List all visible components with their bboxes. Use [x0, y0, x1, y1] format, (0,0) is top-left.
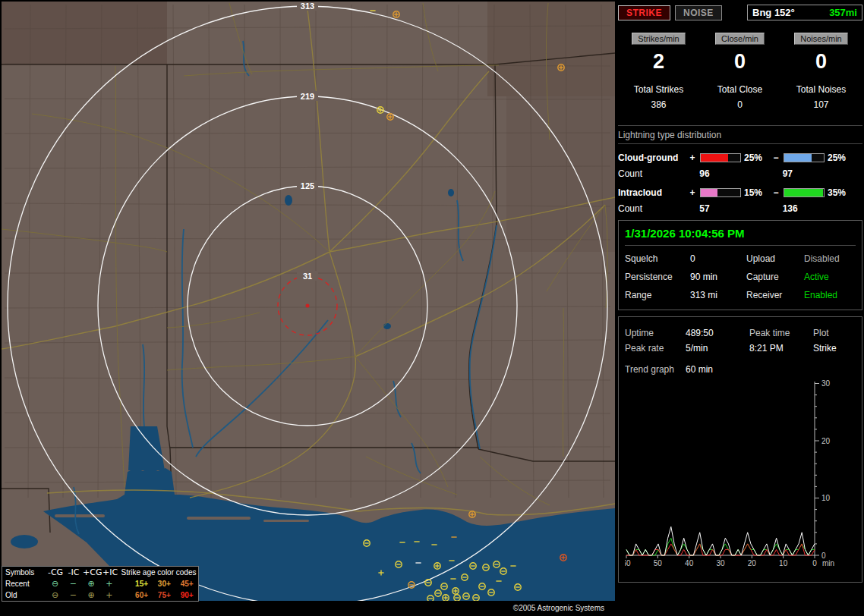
legend-col-ic-neg: -IC: [65, 567, 83, 577]
receiver-value: Enabled: [804, 290, 856, 300]
cg-pos-pct: 25%: [744, 152, 771, 163]
range-ring-label: 31: [303, 272, 312, 281]
lightning-map[interactable]: 31321912531: [2, 2, 615, 601]
trend-graph: 01020306050403020100min: [625, 379, 856, 577]
plot-value: Strike: [813, 343, 856, 354]
age-45: 45+: [175, 580, 198, 588]
close-per-min-value: 0: [699, 50, 780, 74]
cg-neg-pct: 25%: [828, 152, 855, 163]
count-label: Count: [618, 168, 696, 179]
ic-pos-pct: 15%: [744, 187, 771, 198]
strike-mode-button[interactable]: STRIKE: [618, 5, 670, 20]
total-close-label: Total Close: [699, 84, 780, 95]
total-noises-label: Total Noises: [780, 84, 862, 95]
svg-text:60: 60: [625, 559, 631, 567]
cg-pos-bar: [700, 153, 741, 162]
trend-header: Trend graph 60 min: [625, 364, 856, 375]
cg-neg-count: 97: [780, 168, 862, 179]
cloud-ground-count-row: Count 96 97: [618, 168, 862, 179]
distance-value: 357mi: [829, 7, 857, 18]
legend-col-ic-pos: +IC: [101, 567, 119, 577]
legend-symbols-header: Symbols: [2, 568, 46, 577]
control-panel: STRIKE NOISE Bng 152° 357mi Strikes/min …: [618, 5, 862, 589]
age-75: 75+: [153, 591, 175, 599]
intracloud-count-row: Count 57 136: [618, 203, 862, 214]
total-close-value: 0: [699, 99, 780, 110]
status-row: Squelch 0 Upload Disabled: [625, 253, 856, 264]
legend-age-header: Strike age color codes: [119, 568, 198, 577]
bearing-value: Bng 152°: [752, 7, 795, 18]
range-ring-label: 125: [301, 181, 314, 190]
ic-neg-bar: [784, 188, 825, 197]
noise-mode-button[interactable]: NOISE: [675, 5, 722, 20]
total-strikes-label: Total Strikes: [618, 84, 699, 95]
age-90: 90+: [175, 591, 198, 599]
total-strikes-value: 386: [618, 99, 699, 110]
minus-sign: −: [771, 152, 780, 163]
svg-text:50: 50: [654, 559, 663, 567]
age-30: 30+: [153, 580, 175, 588]
cg-pos-count: 96: [696, 168, 779, 179]
trend-graph-label: Trend graph: [625, 364, 686, 375]
legend-col-cg-pos: +CG: [83, 567, 101, 577]
intracloud-row: Intracloud + 15% − 35%: [618, 187, 862, 198]
svg-text:30: 30: [716, 559, 725, 567]
noises-per-min-value: 0: [780, 50, 862, 74]
squelch-value: 0: [690, 253, 746, 264]
rate-row: Strikes/min 2 Close/min 0 Noises/min 0: [618, 33, 862, 74]
ic-neg-icon: −: [64, 590, 82, 600]
peak-rate-value: 5/min: [686, 343, 749, 354]
timestamp: 1/31/2026 10:04:56 PM: [625, 225, 856, 246]
legend-col-cg-neg: -CG: [46, 567, 65, 577]
strike-legend: Symbols -CG -IC +CG +IC Strike age color…: [2, 566, 199, 602]
cg-pos-icon: ⊕: [82, 590, 100, 600]
ic-neg-icon: −: [64, 579, 82, 589]
peak-time-value: 8:21 PM: [749, 343, 813, 354]
svg-text:20: 20: [748, 559, 757, 567]
trend-window-value: 60 min: [686, 364, 713, 375]
cg-neg-bar: [784, 153, 825, 162]
copyright-text: ©2005 Astrogenic Systems: [513, 604, 604, 612]
plot-label: Plot: [813, 328, 856, 338]
age-60: 60+: [131, 591, 153, 599]
plus-sign: +: [688, 152, 697, 163]
noises-per-min-chip[interactable]: Noises/min: [794, 33, 847, 45]
plus-sign: +: [688, 187, 697, 198]
total-noises-value: 107: [780, 99, 862, 110]
range-value: 313 mi: [690, 290, 746, 300]
bearing-display: Bng 152° 357mi: [747, 5, 862, 20]
svg-text:0: 0: [821, 552, 826, 560]
receiver-label: Receiver: [746, 290, 804, 300]
svg-text:30: 30: [821, 379, 831, 388]
minus-sign: −: [771, 187, 780, 198]
legend-recent-row: Recent ⊖ − ⊕ + 15+ 30+ 45+: [2, 578, 198, 589]
age-15: 15+: [131, 580, 153, 588]
range-ring-label: 313: [301, 2, 314, 11]
stats-section: STRIKE NOISE Bng 152° 357mi Strikes/min …: [618, 5, 862, 214]
close-per-min-chip[interactable]: Close/min: [715, 33, 765, 45]
uptime-value: 489:50: [686, 328, 749, 338]
count-label: Count: [618, 203, 696, 214]
cg-pos-icon: ⊕: [82, 579, 100, 589]
ic-pos-count: 57: [696, 203, 779, 214]
persistence-value: 90 min: [690, 272, 746, 282]
legend-old-row: Old ⊖ − ⊕ + 60+ 75+ 90+: [2, 589, 198, 601]
peak-time-label: Peak time: [749, 328, 813, 338]
legend-old-label: Old: [2, 591, 46, 599]
ic-neg-pct: 35%: [828, 187, 855, 198]
peak-rate-label: Peak rate: [625, 343, 686, 354]
ic-pos-bar: [700, 188, 741, 197]
svg-text:40: 40: [685, 559, 694, 567]
strikes-per-min-value: 2: [618, 50, 699, 74]
svg-text:min: min: [822, 559, 834, 567]
status-row: Persistence 90 min Capture Active: [625, 272, 856, 282]
session-row: Peak rate 5/min 8:21 PM Strike: [625, 343, 856, 354]
svg-text:0: 0: [812, 559, 817, 567]
svg-text:20: 20: [821, 437, 831, 445]
upload-label: Upload: [746, 253, 804, 264]
status-section: 1/31/2026 10:04:56 PM Squelch 0 Upload D…: [618, 220, 862, 310]
strikes-per-min-chip[interactable]: Strikes/min: [632, 33, 685, 45]
intracloud-label: Intracloud: [618, 187, 688, 198]
svg-text:10: 10: [821, 494, 831, 502]
session-section: Uptime 489:50 Peak time Plot Peak rate 5…: [618, 316, 862, 583]
